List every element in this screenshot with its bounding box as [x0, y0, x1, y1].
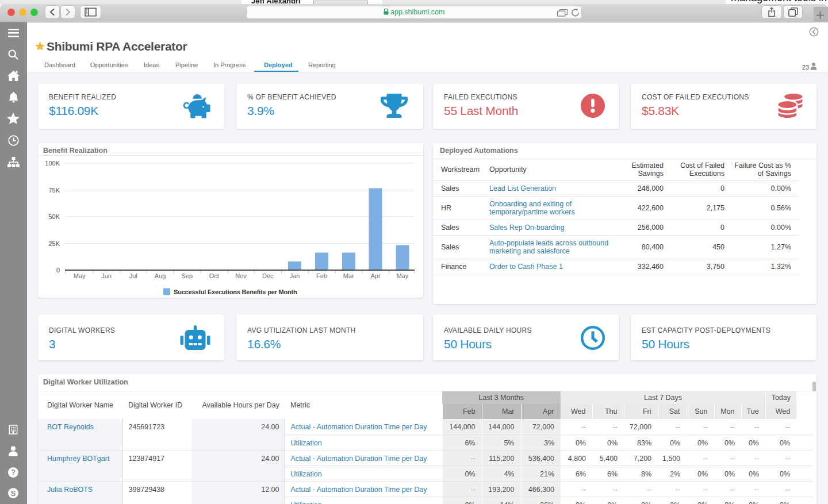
svg-text:Dec: Dec [262, 272, 274, 279]
svg-text:Nov: Nov [235, 272, 247, 279]
svg-text:Aug: Aug [155, 272, 166, 279]
svg-text:Apr: Apr [370, 272, 380, 279]
svg-text:25K: 25K [48, 240, 60, 247]
svg-text:0: 0 [56, 267, 60, 274]
svg-text:?: ? [11, 468, 16, 476]
svg-text:May: May [396, 272, 408, 279]
svg-text:75K: 75K [48, 187, 60, 194]
svg-text:Successful Executions Benefits: Successful Executions Benefits per Month [174, 288, 297, 295]
svg-text:Jul: Jul [129, 272, 137, 279]
svg-text:S: S [10, 489, 16, 498]
svg-text:May: May [74, 272, 86, 279]
svg-text:100K: 100K [45, 160, 60, 167]
svg-text:Jun: Jun [101, 272, 112, 279]
svg-text:Sep: Sep [182, 272, 193, 279]
svg-text:Mar: Mar [343, 272, 354, 279]
svg-text:50K: 50K [48, 213, 60, 220]
svg-text:Jan: Jan [290, 272, 300, 279]
svg-text:Oct: Oct [209, 272, 219, 279]
svg-text:Feb: Feb [316, 272, 327, 279]
